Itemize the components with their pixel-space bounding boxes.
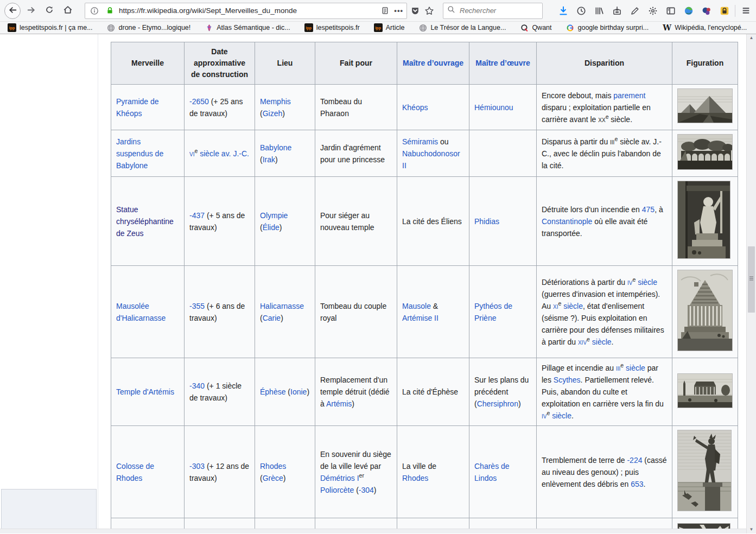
wiki-link[interactable]: Temple d'Artémis (116, 387, 174, 396)
wiki-link[interactable]: Ionie (290, 387, 307, 396)
wiki-link[interactable]: Phidias (474, 217, 499, 226)
figuration-image-zeus[interactable] (677, 181, 730, 259)
extension-globe-icon[interactable] (683, 5, 695, 17)
wiki-link[interactable]: Démétrios I (320, 474, 359, 482)
wiki-link[interactable]: Jardins suspendus de Babylone (116, 137, 163, 170)
wiki-link[interactable]: Pyramide de Khéops (116, 97, 159, 118)
column-header: Date approximative de construction (185, 42, 255, 85)
wiki-link[interactable]: Grèce (263, 474, 283, 482)
wiki-link[interactable]: -355 (189, 302, 205, 310)
wiki-link[interactable]: -303 (189, 462, 205, 471)
wiki-link[interactable]: Halicarnasse (260, 302, 304, 310)
wiki-link[interactable]: Poliorcète (320, 486, 354, 494)
bookmark-item[interactable]: google birthday surpri... (566, 23, 649, 32)
wiki-link[interactable]: -304 (359, 486, 374, 494)
bookmark-item[interactable]: WWikipédia, l'encyclopé... (663, 23, 747, 32)
https-lock-icon[interactable] (104, 5, 116, 17)
wiki-link[interactable]: siècle (590, 338, 612, 346)
site-info-icon[interactable] (88, 5, 100, 17)
wiki-link[interactable]: Artémis (326, 399, 352, 408)
wiki-link[interactable]: Babylone (260, 143, 291, 152)
wiki-link[interactable]: Hémiounou (474, 103, 513, 112)
figuration-image-colossus[interactable] (677, 430, 732, 511)
wiki-link[interactable]: siècle (636, 278, 657, 287)
horizontal-scrollbar[interactable] (0, 529, 747, 533)
download-icon[interactable] (557, 5, 569, 17)
bookmark-star-icon[interactable] (423, 5, 435, 17)
bookmark-item[interactable]: lppArticle (374, 23, 405, 32)
wiki-link[interactable]: siècle (550, 411, 571, 420)
import-icon[interactable] (611, 5, 623, 17)
bookmark-item[interactable]: Le Trésor de la Langue... (418, 23, 506, 32)
wiki-link[interactable]: Chersiphron (477, 399, 518, 408)
wiki-link[interactable]: Sémiramis (402, 137, 438, 146)
wiki-link[interactable]: Pythéos de Priène (474, 302, 512, 322)
pocket-icon[interactable] (409, 5, 421, 17)
wiki-link[interactable]: xiv (578, 338, 587, 346)
extension-spheres-icon[interactable] (701, 5, 713, 17)
vertical-scrollbar[interactable]: ▲ ▼ (746, 34, 756, 533)
scroll-down-arrow-icon[interactable]: ▼ (747, 526, 756, 533)
wiki-link[interactable]: siècle (624, 364, 645, 372)
url-bar[interactable]: https://fr.wikipedia.org/wiki/Sept_Merve… (85, 3, 407, 19)
wiki-link[interactable]: Nabuchodonosor II (402, 149, 460, 170)
back-button[interactable] (4, 3, 21, 19)
wiki-link[interactable]: -340 (189, 382, 205, 390)
wiki-link[interactable]: iv (627, 278, 632, 287)
wiki-link[interactable]: Olympie (260, 211, 288, 220)
wiki-link[interactable]: Rhodes (402, 474, 428, 482)
figuration-image-temple[interactable] (677, 373, 733, 408)
wiki-link[interactable]: -2650 (189, 97, 209, 106)
wiki-link[interactable]: 653 (631, 480, 643, 488)
settings-gear-icon[interactable] (647, 5, 659, 17)
home-button[interactable] (60, 3, 76, 19)
wiki-link[interactable]: siècle av. J.-C. (198, 149, 249, 158)
wiki-link[interactable]: Charès de Lindos (474, 462, 510, 482)
wiki-link[interactable]: Mausole (402, 302, 431, 310)
url-text[interactable]: https://fr.wikipedia.org/wiki/Sept_Merve… (119, 7, 376, 15)
wiki-link[interactable]: -437 (189, 211, 205, 220)
column-header[interactable]: Maître d’œuvre (469, 42, 537, 85)
wiki-link[interactable]: Statue chryséléphantine de Zeus (116, 205, 174, 238)
wiki-link[interactable]: Élide (263, 223, 279, 232)
wiki-link[interactable]: Carie (263, 314, 281, 322)
figuration-image-gardens[interactable] (677, 134, 733, 170)
scroll-up-arrow-icon[interactable]: ▲ (747, 34, 756, 42)
wiki-link[interactable]: 475 (642, 205, 655, 214)
wiki-link[interactable]: Gizeh (263, 109, 283, 118)
wiki-link[interactable]: Artémise II (402, 314, 439, 322)
bookmark-item[interactable]: drone - Etymo...logique! (107, 23, 191, 32)
reload-button[interactable] (41, 3, 58, 19)
bookmark-item[interactable]: Qwant (520, 23, 551, 32)
bookmark-item[interactable]: lpplespetitspois.fr (304, 23, 360, 32)
forward-button[interactable] (23, 3, 39, 19)
reader-mode-icon[interactable] (379, 5, 391, 17)
wiki-link[interactable]: Memphis (260, 97, 291, 106)
scrollbar-thumb[interactable] (748, 246, 755, 313)
figuration-image-pyramids[interactable] (677, 88, 733, 123)
wiki-link[interactable]: Scythes (554, 376, 581, 384)
column-header[interactable]: Maître d’ouvrage (397, 42, 469, 85)
wiki-link[interactable]: Éphèse (260, 387, 285, 396)
wiki-link[interactable]: Colosse de Rhodes (116, 462, 154, 482)
figuration-image-mausoleum[interactable] (677, 270, 733, 351)
bookmark-item[interactable]: Atlas Sémantique - dic... (205, 23, 290, 32)
search-input[interactable] (459, 6, 531, 15)
extension-lock-icon[interactable] (719, 5, 730, 17)
wiki-link[interactable]: er (359, 472, 364, 479)
sidebar-icon[interactable] (665, 5, 677, 17)
history-clock-icon[interactable] (575, 5, 587, 17)
wiki-link[interactable]: Khéops (402, 103, 428, 112)
bookmark-item[interactable]: lpplespetitspois.fr | ça me... (8, 23, 93, 32)
pencil-icon[interactable] (629, 5, 641, 17)
wiki-link[interactable]: Rhodes (260, 462, 286, 471)
wiki-link[interactable]: -224 (627, 456, 642, 465)
wiki-link[interactable]: siècle (561, 302, 583, 310)
wiki-link[interactable]: Irak (263, 155, 275, 164)
menu-hamburger-icon[interactable] (740, 5, 752, 17)
wiki-link[interactable]: parement (613, 91, 645, 100)
page-actions-icon[interactable]: ••• (394, 7, 403, 15)
library-icon[interactable] (593, 5, 605, 17)
wiki-link[interactable]: Constantinople (542, 217, 592, 226)
wiki-link[interactable]: Mausolée d'Halicarnasse (116, 302, 166, 322)
